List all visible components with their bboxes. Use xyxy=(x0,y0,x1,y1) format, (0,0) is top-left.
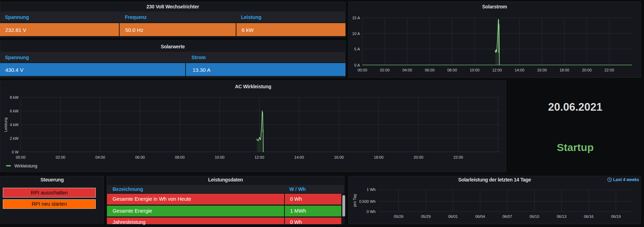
svg-text:06/04: 06/04 xyxy=(475,214,485,219)
svg-text:Leistung: Leistung xyxy=(4,117,8,132)
svg-text:16:00: 16:00 xyxy=(334,155,344,159)
svg-text:06:00: 06:00 xyxy=(135,155,145,159)
svg-text:pro Tag: pro Tag xyxy=(353,194,357,207)
svg-text:20:00: 20:00 xyxy=(582,68,592,72)
svg-text:16:00: 16:00 xyxy=(537,68,547,72)
svg-text:06/10: 06/10 xyxy=(530,214,539,219)
svg-text:22:00: 22:00 xyxy=(604,68,614,72)
svg-text:4 kW: 4 kW xyxy=(10,123,19,127)
svg-text:00:00: 00:00 xyxy=(16,155,26,159)
svg-text:10:00: 10:00 xyxy=(470,68,479,72)
svg-text:05/29: 05/29 xyxy=(421,214,431,219)
svg-text:14:00: 14:00 xyxy=(294,155,304,159)
svg-text:06/19: 06/19 xyxy=(611,214,621,219)
svg-text:06/01: 06/01 xyxy=(448,214,458,219)
svg-text:18:00: 18:00 xyxy=(374,155,384,159)
svg-text:0 W: 0 W xyxy=(12,150,19,154)
svg-text:10 A: 10 A xyxy=(352,32,360,36)
svg-text:12:00: 12:00 xyxy=(255,155,264,159)
svg-text:04:00: 04:00 xyxy=(95,155,105,159)
svg-text:2 kW: 2 kW xyxy=(10,136,19,140)
svg-text:06/07: 06/07 xyxy=(502,214,512,219)
svg-text:15 A: 15 A xyxy=(352,16,360,20)
svg-text:14:00: 14:00 xyxy=(515,68,524,72)
svg-text:8 kW: 8 kW xyxy=(10,95,19,99)
svg-text:08:00: 08:00 xyxy=(447,68,457,72)
svg-text:0 A: 0 A xyxy=(354,63,360,67)
svg-text:10:00: 10:00 xyxy=(215,155,224,159)
svg-text:5 A: 5 A xyxy=(354,47,360,51)
svg-text:1 Wh: 1 Wh xyxy=(367,187,376,192)
svg-text:02:00: 02:00 xyxy=(56,155,66,159)
svg-text:04:00: 04:00 xyxy=(402,68,412,72)
svg-text:12:00: 12:00 xyxy=(492,68,502,72)
svg-text:06/16: 06/16 xyxy=(584,214,594,219)
svg-text:06:00: 06:00 xyxy=(425,68,435,72)
svg-text:02:00: 02:00 xyxy=(380,68,390,72)
svg-text:06/13: 06/13 xyxy=(557,214,566,219)
svg-text:20:00: 20:00 xyxy=(414,155,423,159)
svg-text:6 kW: 6 kW xyxy=(10,109,19,113)
svg-text:18:00: 18:00 xyxy=(559,68,569,72)
svg-text:Wirkleistung: Wirkleistung xyxy=(14,164,37,168)
svg-text:08:00: 08:00 xyxy=(175,155,185,159)
svg-text:05/26: 05/26 xyxy=(394,214,404,219)
svg-text:0 Wh: 0 Wh xyxy=(367,209,376,214)
svg-text:22:00: 22:00 xyxy=(454,155,463,159)
svg-text:0.500 Wh: 0.500 Wh xyxy=(359,199,376,204)
svg-text:00:00: 00:00 xyxy=(357,68,367,72)
